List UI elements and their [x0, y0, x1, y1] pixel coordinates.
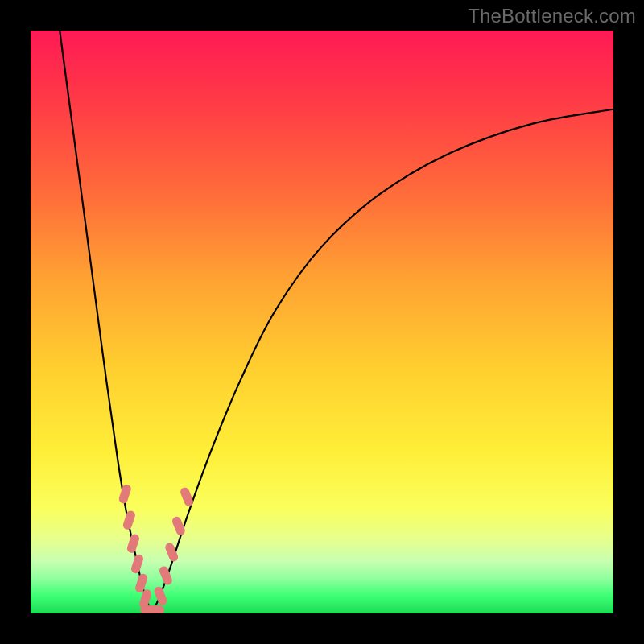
- plot-area: [31, 31, 613, 613]
- curve-right-branch: [152, 109, 613, 612]
- marker-0: [118, 483, 132, 504]
- marker-3: [130, 553, 145, 574]
- marker-2: [126, 533, 140, 554]
- curve-left-branch: [60, 31, 151, 612]
- watermark-text: TheBottleneck.com: [468, 5, 636, 27]
- marker-1: [122, 510, 136, 530]
- chart-frame: TheBottleneck.com: [0, 0, 644, 644]
- marker-9: [158, 565, 173, 586]
- marker-8: [153, 585, 168, 606]
- marker-12: [179, 486, 194, 507]
- chart-svg: [31, 31, 613, 613]
- marker-7: [145, 605, 164, 613]
